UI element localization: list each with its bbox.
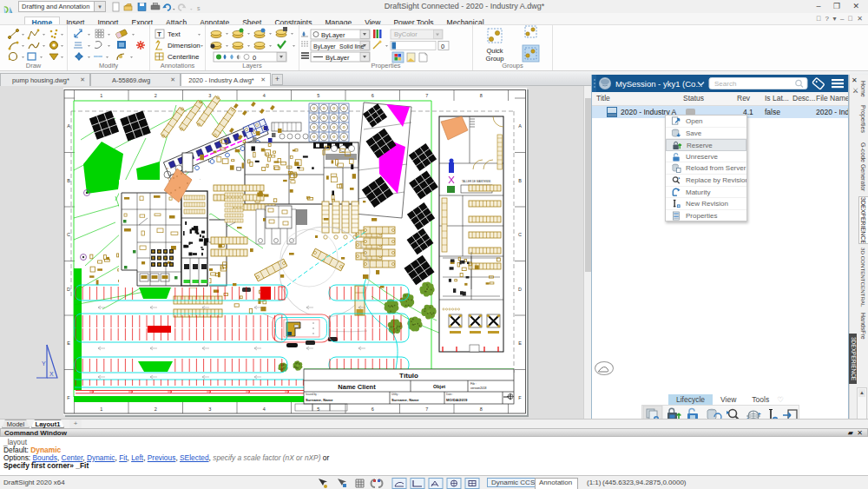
svg-text:A: A <box>67 123 70 129</box>
svg-text:TALLER DE MANTENIM.: TALLER DE MANTENIM. <box>462 180 491 183</box>
svg-text:Utility :: Utility : <box>391 393 399 396</box>
svg-text:T: T <box>157 30 161 38</box>
svg-text:8: 8 <box>480 93 483 98</box>
svg-text:ByLayer: ByLayer <box>321 31 345 39</box>
svg-text:C: C <box>67 232 70 237</box>
svg-text:Objet: Objet <box>433 384 445 389</box>
svg-text:C: C <box>518 232 522 237</box>
svg-text:Group: Group <box>486 55 504 63</box>
svg-text:7: 7 <box>425 93 428 98</box>
svg-text:MO/DA/2019: MO/DA/2019 <box>446 398 468 402</box>
svg-text:Título: Título <box>399 372 418 380</box>
svg-text:4: 4 <box>263 406 266 412</box>
svg-text:ByLayer: ByLayer <box>313 43 336 50</box>
svg-text:version2018: version2018 <box>470 387 487 390</box>
svg-text:5: 5 <box>317 93 319 98</box>
svg-text:Name Client: Name Client <box>338 383 376 391</box>
svg-text:X: X <box>49 371 54 377</box>
svg-text:Quick: Quick <box>486 47 503 55</box>
svg-text:E: E <box>518 340 522 346</box>
svg-text:5: 5 <box>317 406 319 412</box>
svg-text:Surname, Name: Surname, Name <box>391 398 419 402</box>
svg-text:A: A <box>518 123 522 129</box>
svg-text:F: F <box>518 395 522 400</box>
svg-text:Centerline: Centerline <box>168 53 200 61</box>
svg-text:ByLayer: ByLayer <box>326 54 350 62</box>
svg-text:D: D <box>518 287 522 292</box>
svg-text:7: 7 <box>425 406 428 412</box>
svg-text:E: E <box>67 340 70 346</box>
svg-text:8: 8 <box>480 406 483 412</box>
svg-text:s: s <box>197 5 201 11</box>
svg-text:3: 3 <box>208 406 211 412</box>
svg-text:Search: Search <box>714 80 736 88</box>
svg-text:2: 2 <box>155 406 157 412</box>
svg-text:0: 0 <box>253 54 256 62</box>
svg-text:Text: Text <box>168 30 181 38</box>
svg-text:Surname, Name: Surname, Name <box>306 398 333 402</box>
svg-text:1: 1 <box>100 93 102 98</box>
svg-text:B: B <box>67 178 70 183</box>
svg-text:B: B <box>518 178 522 183</box>
svg-text:1: 1 <box>100 406 102 412</box>
svg-text:Date :: Date : <box>446 393 453 396</box>
svg-text:Dimension: Dimension <box>168 42 201 50</box>
svg-text:4: 4 <box>263 93 266 98</box>
svg-text:6: 6 <box>372 406 374 412</box>
svg-text:File :: File : <box>470 382 477 386</box>
svg-text:Solid line: Solid line <box>339 43 365 50</box>
svg-text:Y: Y <box>42 360 46 367</box>
svg-text:3: 3 <box>208 93 211 98</box>
svg-text:0: 0 <box>441 43 444 50</box>
svg-text:D: D <box>67 287 70 292</box>
svg-text:MySession - yky1 (Co...: MySession - yky1 (Co... <box>615 79 702 89</box>
svg-text:ByColor: ByColor <box>394 30 418 38</box>
svg-text:6: 6 <box>372 93 374 98</box>
svg-text:Issued by :: Issued by : <box>306 393 319 396</box>
svg-text:2: 2 <box>155 93 157 98</box>
svg-text:F: F <box>67 395 70 400</box>
